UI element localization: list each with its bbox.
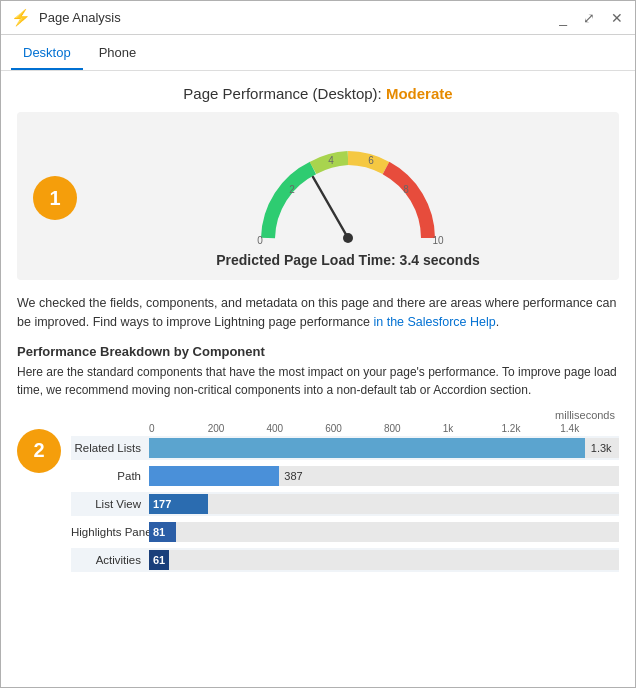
bar-label: Activities bbox=[71, 554, 149, 566]
gauge-svg: 0 2 4 6 8 10 bbox=[238, 128, 458, 248]
svg-text:6: 6 bbox=[368, 155, 374, 166]
section-badge-1: 1 bbox=[33, 176, 77, 220]
bar-row: Path387 bbox=[71, 464, 619, 488]
axis-1k: 1k bbox=[443, 423, 502, 434]
bar-label: List View bbox=[71, 498, 149, 510]
description-text: We checked the fields, components, and m… bbox=[17, 294, 619, 332]
close-button[interactable]: ✕ bbox=[609, 10, 625, 26]
section-badge-2: 2 bbox=[17, 429, 61, 473]
bar-value-outside: 387 bbox=[281, 470, 302, 482]
main-content: Page Performance (Desktop): Moderate 1 bbox=[1, 71, 635, 687]
title-bar-controls: _ ⤢ ✕ bbox=[557, 10, 625, 26]
bar-track: 1.3k bbox=[149, 438, 619, 458]
bar-track: 81 bbox=[149, 522, 619, 542]
chart-wrapper: milliseconds 0 200 400 600 800 1k 1.2k 1… bbox=[71, 409, 619, 576]
tab-desktop[interactable]: Desktop bbox=[11, 37, 83, 70]
gauge-section: 1 0 bbox=[17, 112, 619, 280]
bar-track: 177 bbox=[149, 494, 619, 514]
title-bar: ⚡ Page Analysis _ ⤢ ✕ bbox=[1, 1, 635, 35]
breakdown-desc: Here are the standard components that ha… bbox=[17, 363, 619, 399]
axis-labels: 0 200 400 600 800 1k 1.2k 1.4k bbox=[71, 423, 619, 434]
gauge-wrapper: 0 2 4 6 8 10 bbox=[93, 128, 603, 268]
bar-row: Activities61 bbox=[71, 548, 619, 572]
salesforce-help-link[interactable]: in the Salesforce Help bbox=[373, 315, 495, 329]
ms-label: milliseconds bbox=[71, 409, 619, 421]
predicted-load-time: Predicted Page Load Time: 3.4 seconds bbox=[216, 252, 480, 268]
gauge-container: 0 2 4 6 8 10 bbox=[238, 128, 458, 248]
bar-fill: 177 bbox=[149, 494, 208, 514]
svg-text:10: 10 bbox=[432, 235, 444, 246]
bar-label: Path bbox=[71, 470, 149, 482]
breakdown-title: Performance Breakdown by Component bbox=[17, 344, 619, 359]
svg-text:8: 8 bbox=[403, 184, 409, 195]
axis-200: 200 bbox=[208, 423, 267, 434]
minimize-button[interactable]: _ bbox=[557, 10, 569, 26]
bar-value: 81 bbox=[149, 526, 165, 538]
axis-600: 600 bbox=[325, 423, 384, 434]
bar-track: 61 bbox=[149, 550, 619, 570]
bar-value: 61 bbox=[149, 554, 165, 566]
window-title: Page Analysis bbox=[39, 10, 121, 25]
axis-1_2k: 1.2k bbox=[502, 423, 561, 434]
tabs-bar: Desktop Phone bbox=[1, 35, 635, 71]
tab-phone[interactable]: Phone bbox=[87, 37, 149, 70]
axis-1_4k: 1.4k bbox=[560, 423, 619, 434]
bar-label: Related Lists bbox=[71, 442, 149, 454]
page-performance-title: Page Performance (Desktop): Moderate bbox=[17, 71, 619, 112]
bar-fill: 61 bbox=[149, 550, 169, 570]
svg-text:4: 4 bbox=[328, 155, 334, 166]
app-icon: ⚡ bbox=[11, 8, 31, 27]
restore-button[interactable]: ⤢ bbox=[581, 10, 597, 26]
axis-0: 0 bbox=[149, 423, 208, 434]
axis-400: 400 bbox=[267, 423, 326, 434]
bar-value: 177 bbox=[149, 498, 171, 510]
bar-row: Highlights Panel81 bbox=[71, 520, 619, 544]
bar-fill: 81 bbox=[149, 522, 176, 542]
axis-800: 800 bbox=[384, 423, 443, 434]
description-part1: We checked the fields, components, and m… bbox=[17, 296, 616, 329]
svg-text:2: 2 bbox=[289, 184, 295, 195]
page-performance-label: Page Performance (Desktop): bbox=[183, 85, 381, 102]
chart-section: 2 milliseconds 0 200 400 600 800 1k 1.2k… bbox=[17, 409, 619, 576]
bar-fill bbox=[149, 466, 279, 486]
bar-fill bbox=[149, 438, 585, 458]
svg-line-6 bbox=[313, 177, 348, 238]
svg-text:0: 0 bbox=[257, 235, 263, 246]
bar-track: 387 bbox=[149, 466, 619, 486]
bars-container: Related Lists1.3kPath387List View177High… bbox=[71, 436, 619, 572]
bar-row: Related Lists1.3k bbox=[71, 436, 619, 460]
app-window: ⚡ Page Analysis _ ⤢ ✕ Desktop Phone Page… bbox=[0, 0, 636, 688]
breakdown-section: Performance Breakdown by Component Here … bbox=[17, 344, 619, 576]
bar-value-outside: 1.3k bbox=[588, 442, 612, 454]
bar-row: List View177 bbox=[71, 492, 619, 516]
title-bar-left: ⚡ Page Analysis bbox=[11, 8, 121, 27]
description-part2: . bbox=[496, 315, 499, 329]
performance-rating: Moderate bbox=[386, 85, 453, 102]
svg-point-7 bbox=[343, 233, 353, 243]
bar-label: Highlights Panel bbox=[71, 526, 149, 538]
